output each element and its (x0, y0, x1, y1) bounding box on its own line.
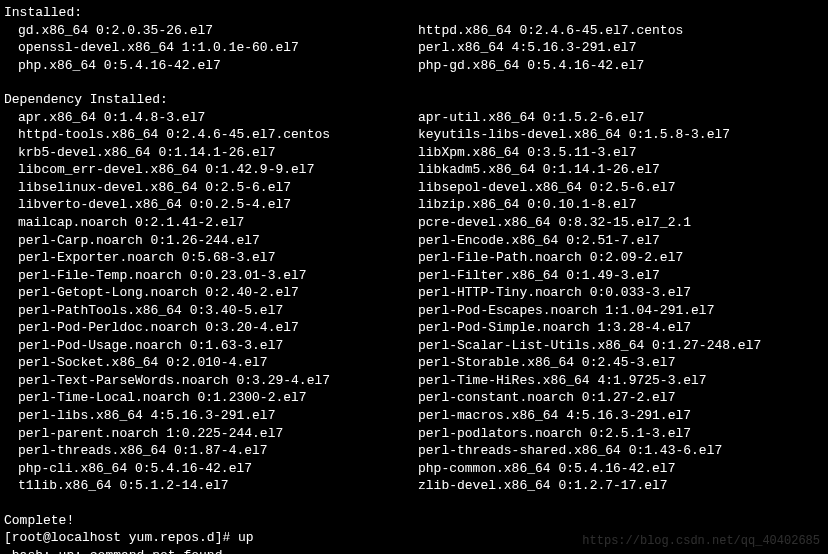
dependency-row: mailcap.noarch 0:2.1.41-2.el7pcre-devel.… (18, 214, 824, 232)
pkg: perl-threads-shared.x86_64 0:1.43-6.el7 (418, 442, 824, 460)
pkg: php.x86_64 0:5.4.16-42.el7 (18, 57, 418, 75)
installed-row: php.x86_64 0:5.4.16-42.el7 php-gd.x86_64… (18, 57, 824, 75)
pkg: perl-Text-ParseWords.noarch 0:3.29-4.el7 (18, 372, 418, 390)
pkg: perl-parent.noarch 1:0.225-244.el7 (18, 425, 418, 443)
dependency-row: perl-parent.noarch 1:0.225-244.el7perl-p… (18, 425, 824, 443)
pkg: perl-Storable.x86_64 0:2.45-3.el7 (418, 354, 824, 372)
pkg: perl-Socket.x86_64 0:2.010-4.el7 (18, 354, 418, 372)
pkg: openssl-devel.x86_64 1:1.0.1e-60.el7 (18, 39, 418, 57)
pkg: php-common.x86_64 0:5.4.16-42.el7 (418, 460, 824, 478)
pkg: perl-macros.x86_64 4:5.16.3-291.el7 (418, 407, 824, 425)
pkg: keyutils-libs-devel.x86_64 0:1.5.8-3.el7 (418, 126, 824, 144)
dependency-row: perl-Pod-Usage.noarch 0:1.63-3.el7perl-S… (18, 337, 824, 355)
dependency-row: libverto-devel.x86_64 0:0.2.5-4.el7libzi… (18, 196, 824, 214)
pkg: perl-Exporter.noarch 0:5.68-3.el7 (18, 249, 418, 267)
dependency-row: t1lib.x86_64 0:5.1.2-14.el7zlib-devel.x8… (18, 477, 824, 495)
pkg: apr.x86_64 0:1.4.8-3.el7 (18, 109, 418, 127)
pkg: zlib-devel.x86_64 0:1.2.7-17.el7 (418, 477, 824, 495)
dependency-row: apr.x86_64 0:1.4.8-3.el7apr-util.x86_64 … (18, 109, 824, 127)
pkg: perl-Encode.x86_64 0:2.51-7.el7 (418, 232, 824, 250)
dependency-row: httpd-tools.x86_64 0:2.4.6-45.el7.centos… (18, 126, 824, 144)
installed-row: openssl-devel.x86_64 1:1.0.1e-60.el7 per… (18, 39, 824, 57)
pkg: perl-Pod-Perldoc.noarch 0:3.20-4.el7 (18, 319, 418, 337)
pkg: libverto-devel.x86_64 0:0.2.5-4.el7 (18, 196, 418, 214)
pkg: libzip.x86_64 0:0.10.1-8.el7 (418, 196, 824, 214)
pkg: t1lib.x86_64 0:5.1.2-14.el7 (18, 477, 418, 495)
pkg: perl-Scalar-List-Utils.x86_64 0:1.27-248… (418, 337, 824, 355)
dependency-list: apr.x86_64 0:1.4.8-3.el7apr-util.x86_64 … (4, 109, 824, 495)
pkg: perl-Pod-Escapes.noarch 1:1.04-291.el7 (418, 302, 824, 320)
pkg: perl-podlators.noarch 0:2.5.1-3.el7 (418, 425, 824, 443)
installed-list: gd.x86_64 0:2.0.35-26.el7 httpd.x86_64 0… (4, 22, 824, 75)
pkg: perl-Time-HiRes.x86_64 4:1.9725-3.el7 (418, 372, 824, 390)
dependency-row: perl-Pod-Perldoc.noarch 0:3.20-4.el7perl… (18, 319, 824, 337)
error-line: -bash: up: command not found (4, 547, 824, 554)
dependency-row: perl-Carp.noarch 0:1.26-244.el7perl-Enco… (18, 232, 824, 250)
complete-line: Complete! (4, 512, 824, 530)
pkg: libXpm.x86_64 0:3.5.11-3.el7 (418, 144, 824, 162)
dependency-row: perl-Time-Local.noarch 0:1.2300-2.el7per… (18, 389, 824, 407)
pkg: perl-Filter.x86_64 0:1.49-3.el7 (418, 267, 824, 285)
pkg: libsepol-devel.x86_64 0:2.5-6.el7 (418, 179, 824, 197)
pkg: perl-Getopt-Long.noarch 0:2.40-2.el7 (18, 284, 418, 302)
pkg: libkadm5.x86_64 0:1.14.1-26.el7 (418, 161, 824, 179)
pkg: php-gd.x86_64 0:5.4.16-42.el7 (418, 57, 824, 75)
pkg: perl-Pod-Simple.noarch 1:3.28-4.el7 (418, 319, 824, 337)
pkg: perl-File-Temp.noarch 0:0.23.01-3.el7 (18, 267, 418, 285)
dependency-row: perl-Exporter.noarch 0:5.68-3.el7perl-Fi… (18, 249, 824, 267)
dependency-row: perl-Socket.x86_64 0:2.010-4.el7perl-Sto… (18, 354, 824, 372)
pkg: perl-threads.x86_64 0:1.87-4.el7 (18, 442, 418, 460)
pkg: perl-Time-Local.noarch 0:1.2300-2.el7 (18, 389, 418, 407)
dependency-row: krb5-devel.x86_64 0:1.14.1-26.el7libXpm.… (18, 144, 824, 162)
pkg: perl-HTTP-Tiny.noarch 0:0.033-3.el7 (418, 284, 824, 302)
pkg: pcre-devel.x86_64 0:8.32-15.el7_2.1 (418, 214, 824, 232)
pkg: perl-Pod-Usage.noarch 0:1.63-3.el7 (18, 337, 418, 355)
pkg: perl-PathTools.x86_64 0:3.40-5.el7 (18, 302, 418, 320)
pkg: libcom_err-devel.x86_64 0:1.42.9-9.el7 (18, 161, 418, 179)
pkg: php-cli.x86_64 0:5.4.16-42.el7 (18, 460, 418, 478)
dependency-row: perl-File-Temp.noarch 0:0.23.01-3.el7per… (18, 267, 824, 285)
pkg: mailcap.noarch 0:2.1.41-2.el7 (18, 214, 418, 232)
dependency-row: libselinux-devel.x86_64 0:2.5-6.el7libse… (18, 179, 824, 197)
dependency-row: perl-Text-ParseWords.noarch 0:3.29-4.el7… (18, 372, 824, 390)
terminal-output: Installed: gd.x86_64 0:2.0.35-26.el7 htt… (4, 4, 824, 554)
pkg: perl-File-Path.noarch 0:2.09-2.el7 (418, 249, 824, 267)
dependency-row: perl-PathTools.x86_64 0:3.40-5.el7perl-P… (18, 302, 824, 320)
dependency-row: perl-Getopt-Long.noarch 0:2.40-2.el7perl… (18, 284, 824, 302)
shell-prompt: [root@localhost yum.repos.d]# (4, 529, 238, 547)
pkg: httpd.x86_64 0:2.4.6-45.el7.centos (418, 22, 824, 40)
dependency-row: php-cli.x86_64 0:5.4.16-42.el7php-common… (18, 460, 824, 478)
shell-prompt-line: [root@localhost yum.repos.d]# up (4, 529, 824, 547)
dependency-row: perl-threads.x86_64 0:1.87-4.el7perl-thr… (18, 442, 824, 460)
pkg: perl-constant.noarch 0:1.27-2.el7 (418, 389, 824, 407)
dependency-row: libcom_err-devel.x86_64 0:1.42.9-9.el7li… (18, 161, 824, 179)
installed-header: Installed: (4, 4, 824, 22)
dependency-installed-header: Dependency Installed: (4, 91, 824, 109)
dependency-row: perl-libs.x86_64 4:5.16.3-291.el7perl-ma… (18, 407, 824, 425)
installed-row: gd.x86_64 0:2.0.35-26.el7 httpd.x86_64 0… (18, 22, 824, 40)
pkg: perl-libs.x86_64 4:5.16.3-291.el7 (18, 407, 418, 425)
pkg: perl.x86_64 4:5.16.3-291.el7 (418, 39, 824, 57)
shell-command: up (238, 529, 254, 547)
pkg: gd.x86_64 0:2.0.35-26.el7 (18, 22, 418, 40)
pkg: perl-Carp.noarch 0:1.26-244.el7 (18, 232, 418, 250)
pkg: apr-util.x86_64 0:1.5.2-6.el7 (418, 109, 824, 127)
pkg: httpd-tools.x86_64 0:2.4.6-45.el7.centos (18, 126, 418, 144)
pkg: krb5-devel.x86_64 0:1.14.1-26.el7 (18, 144, 418, 162)
pkg: libselinux-devel.x86_64 0:2.5-6.el7 (18, 179, 418, 197)
